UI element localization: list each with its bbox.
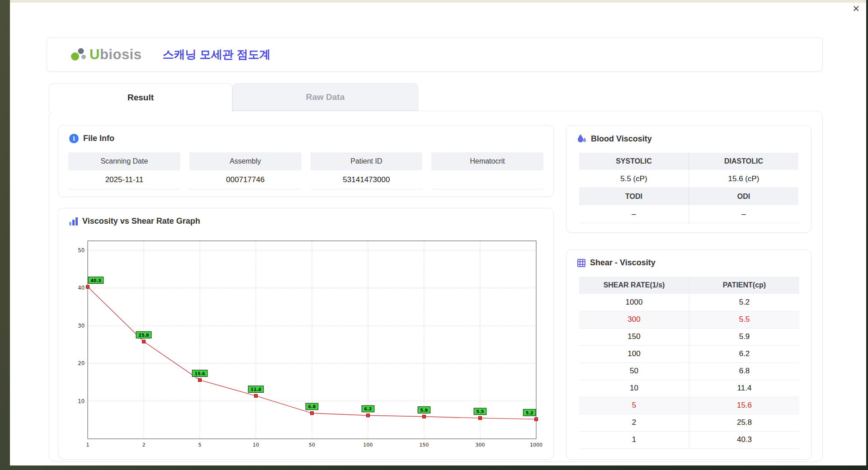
page-title: 스캐닝 모세관 점도계 <box>162 47 270 62</box>
logo-text: Ubiosis <box>90 47 142 63</box>
shear-viscosity-title: Shear - Viscosity <box>590 258 656 268</box>
table-row: 3005.5 <box>579 311 799 328</box>
table-row: 1006.2 <box>579 345 799 362</box>
bar-chart-icon <box>69 217 78 226</box>
svg-text:15.6: 15.6 <box>194 371 205 376</box>
blood-viscosity-card: Blood Viscosity SYSTOLIC DIASTOLIC 5.5 (… <box>566 125 811 233</box>
svg-text:50: 50 <box>309 442 315 448</box>
svg-text:1000: 1000 <box>530 442 542 448</box>
field-assembly: Assembly 000717746 <box>189 152 302 189</box>
field-scanning-date: Scanning Date 2025-11-11 <box>68 152 180 189</box>
close-icon[interactable]: × <box>852 4 860 13</box>
bv-value-todi: – <box>579 205 689 223</box>
file-info-title: File Info <box>83 134 114 143</box>
bv-header-diastolic: DIASTOLIC <box>689 153 798 170</box>
file-info-fields: Scanning Date 2025-11-11 Assembly 000717… <box>58 143 553 189</box>
bv-header-row: SYSTOLIC DIASTOLIC <box>579 153 798 170</box>
table-row: 225.8 <box>579 414 799 431</box>
blood-viscosity-title: Blood Viscosity <box>591 134 652 144</box>
logo-dots-icon <box>69 46 87 63</box>
blood-viscosity-title-row: Blood Viscosity <box>566 126 811 144</box>
field-value: 000717746 <box>189 170 302 189</box>
svg-text:150: 150 <box>420 442 429 448</box>
field-hematocrit: Hematocrit <box>431 152 543 189</box>
bv-value-odi: – <box>689 205 798 223</box>
table-row: 140.3 <box>579 431 799 448</box>
column-header-shear-rate: SHEAR RATE(1/s) <box>579 277 689 294</box>
file-info-card: i File Info Scanning Date 2025-11-11 Ass… <box>58 125 554 197</box>
field-label: Scanning Date <box>68 152 180 170</box>
svg-text:25.8: 25.8 <box>138 333 149 338</box>
field-label: Hematocrit <box>431 152 543 170</box>
table-row: 1505.9 <box>579 328 799 345</box>
field-value: 2025-11-11 <box>68 170 180 189</box>
bv-header-todi: TODI <box>579 188 689 205</box>
svg-text:20: 20 <box>78 360 85 367</box>
header: Ubiosis 스캐닝 모세관 점도계 <box>47 37 823 72</box>
field-patient-id: Patient ID 53141473000 <box>311 152 423 189</box>
bv-value-diastolic: 15.6 (cP) <box>689 170 798 188</box>
svg-text:5.9: 5.9 <box>420 408 428 413</box>
svg-text:50: 50 <box>78 247 85 254</box>
bv-header-odi: ODI <box>689 188 798 205</box>
bv-header-row: TODI ODI <box>579 188 798 205</box>
tab-result[interactable]: Result <box>49 83 232 112</box>
svg-text:10: 10 <box>78 398 85 404</box>
graph-title-row: Viscosity vs Shear Rate Graph <box>58 208 553 226</box>
file-info-title-row: i File Info <box>58 126 553 143</box>
bv-value-systolic: 5.5 (cP) <box>579 170 689 188</box>
table-row: 1011.4 <box>579 380 799 397</box>
svg-text:100: 100 <box>363 442 373 448</box>
svg-text:2: 2 <box>142 442 146 448</box>
shear-viscosity-table: SHEAR RATE(1/s) PATIENT(cp) 10005.2 3005… <box>579 277 799 449</box>
svg-text:11.4: 11.4 <box>250 387 261 392</box>
field-value <box>431 170 543 189</box>
bv-value-row: 5.5 (cP) 15.6 (cP) <box>579 170 798 188</box>
svg-text:6.2: 6.2 <box>364 406 372 411</box>
svg-text:40.3: 40.3 <box>90 278 101 283</box>
viscosity-shear-chart: 10203040501251050100150300100040.325.815… <box>69 236 548 453</box>
svg-text:5: 5 <box>198 442 202 448</box>
svg-text:300: 300 <box>476 442 485 448</box>
field-label: Patient ID <box>311 152 423 170</box>
shear-viscosity-card: Shear - Viscosity SHEAR RATE(1/s) PATIEN… <box>566 249 811 460</box>
ubiosis-logo: Ubiosis <box>69 46 142 63</box>
svg-text:40: 40 <box>78 285 85 291</box>
shear-viscosity-title-row: Shear - Viscosity <box>566 250 811 268</box>
blood-viscosity-table: SYSTOLIC DIASTOLIC 5.5 (cP) 15.6 (cP) TO… <box>579 153 798 223</box>
svg-text:5.2: 5.2 <box>526 410 533 415</box>
table-header-row: SHEAR RATE(1/s) PATIENT(cp) <box>579 277 799 294</box>
field-value: 53141473000 <box>311 170 423 189</box>
table-row: 506.8 <box>579 362 799 380</box>
table-row: 515.6 <box>579 397 799 414</box>
tab-raw-data[interactable]: Raw Data <box>232 83 418 111</box>
svg-text:30: 30 <box>78 323 85 329</box>
graph-title: Viscosity vs Shear Rate Graph <box>82 216 200 226</box>
app-window: × Ubiosis 스캐닝 모세관 점도계 Result Raw Data i … <box>10 3 866 465</box>
svg-text:5.5: 5.5 <box>476 409 484 414</box>
droplet-icon <box>577 134 586 144</box>
table-row: 10005.2 <box>579 294 799 311</box>
svg-text:1: 1 <box>86 442 90 448</box>
info-icon: i <box>69 134 79 143</box>
svg-text:10: 10 <box>253 442 259 448</box>
bv-header-systolic: SYSTOLIC <box>579 153 689 170</box>
bv-value-row: – – <box>579 205 798 223</box>
field-label: Assembly <box>189 152 302 170</box>
content-container: i File Info Scanning Date 2025-11-11 Ass… <box>49 111 823 462</box>
table-grid-icon <box>577 259 585 267</box>
svg-text:6.8: 6.8 <box>308 404 316 409</box>
graph-card: Viscosity vs Shear Rate Graph 1020304050… <box>58 208 554 460</box>
column-header-patient: PATIENT(cp) <box>689 277 800 294</box>
